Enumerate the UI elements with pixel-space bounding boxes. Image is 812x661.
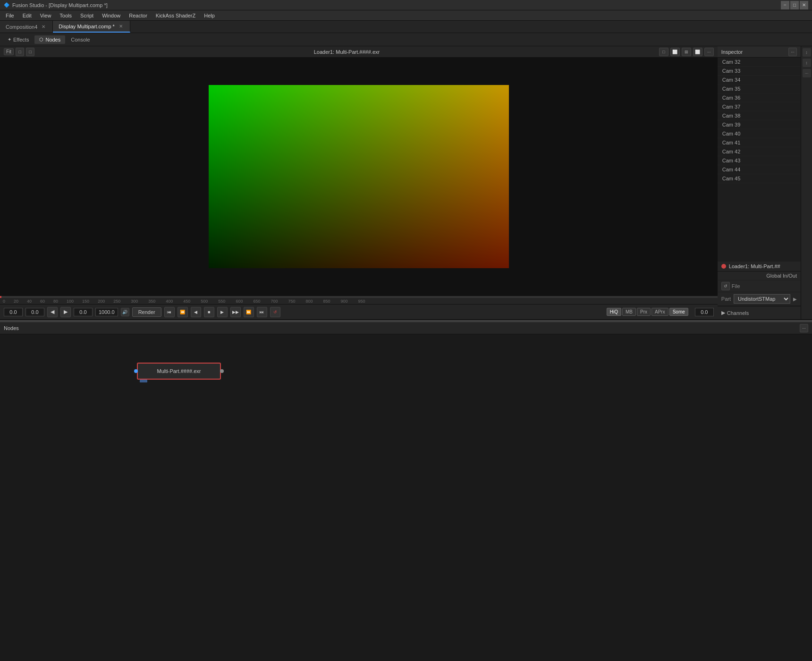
ruler-mark-800: 800 <box>306 299 313 304</box>
view-more-btn[interactable]: ··· <box>704 48 714 56</box>
file-label: File <box>732 283 740 289</box>
cam-item-cam-44[interactable]: Cam 44 <box>718 165 801 174</box>
full-inspector: Inspector ··· Cam 32Cam 33Cam 34Cam 35Ca… <box>718 46 812 319</box>
render-button[interactable]: Render <box>132 307 161 317</box>
effects-label: Effects <box>13 37 29 42</box>
menu-item-window[interactable]: Window <box>98 12 124 19</box>
view-mode-btn2[interactable]: □ <box>26 48 34 56</box>
stop-btn[interactable]: ■ <box>204 307 214 317</box>
current-frame-display[interactable]: 0.0 <box>25 308 44 316</box>
prev-frame-btn2[interactable]: ◀ <box>191 307 201 317</box>
global-tab-console[interactable]: Console <box>66 35 94 44</box>
ruler-mark-60: 60 <box>40 299 45 304</box>
next-frame-btn2[interactable]: ▶▶ <box>230 307 241 317</box>
viewer-section: Fit □ □ Loader1: Multi-Part.####.exr □ ⬜… <box>0 46 718 319</box>
menu-item-reactor[interactable]: Reactor <box>125 12 151 19</box>
global-tab-nodes[interactable]: ⬡Nodes <box>34 35 65 44</box>
cam-item-cam-37[interactable]: Cam 37 <box>718 102 801 111</box>
part-select[interactable]: UndistortSTMap <box>734 294 790 304</box>
next-frame-btn[interactable]: ▶ <box>60 307 71 317</box>
view-zoom-btn[interactable]: ⬜ <box>693 48 702 56</box>
close-button[interactable]: ✕ <box>800 1 808 9</box>
quality-btn-prx[interactable]: Prx <box>637 308 651 316</box>
tab-bar: Composition4✕Display Multipart.comp *✕ <box>0 21 812 33</box>
view-split-btn[interactable]: ⬜ <box>670 48 680 56</box>
cam-item-cam-38[interactable]: Cam 38 <box>718 111 801 120</box>
cam-item-cam-45[interactable]: Cam 45 <box>718 174 801 183</box>
ruler-mark-450: 450 <box>183 299 190 304</box>
global-tab-effects[interactable]: ✦Effects <box>3 35 34 44</box>
ruler-mark-80: 80 <box>53 299 58 304</box>
end-frame-display[interactable]: 1000.0 <box>95 308 118 316</box>
current-time-display[interactable]: 0.0 <box>4 308 23 316</box>
loop-btn[interactable]: ↺ <box>270 307 280 317</box>
file-refresh-btn[interactable]: ↺ <box>721 282 730 290</box>
cam-item-cam-39[interactable]: Cam 39 <box>718 120 801 129</box>
channels-header[interactable]: ▶ Channels <box>721 308 797 317</box>
tab-display[interactable]: Display Multipart.comp *✕ <box>53 21 130 33</box>
skip-end-btn[interactable]: ⏭ <box>257 307 267 317</box>
cam-item-cam-36[interactable]: Cam 36 <box>718 93 801 102</box>
loader-header: Loader1: Multi-Part.## <box>718 262 801 271</box>
nodes-more-btn[interactable]: ··· <box>800 324 808 332</box>
menu-item-edit[interactable]: Edit <box>19 12 35 19</box>
cam-item-cam-33[interactable]: Cam 33 <box>718 67 801 76</box>
node-indicator <box>140 380 147 382</box>
quality-btn-hiq[interactable]: HiQ <box>607 308 621 316</box>
audio-btn[interactable]: 🔊 <box>121 308 129 316</box>
cam-item-cam-35[interactable]: Cam 35 <box>718 85 801 93</box>
titlebar-controls: − □ ✕ <box>781 1 808 9</box>
ruler-mark-750: 750 <box>288 299 295 304</box>
cam-dropdown[interactable]: Cam 32Cam 33Cam 34Cam 35Cam 36Cam 37Cam … <box>718 58 801 262</box>
cam-item-cam-43[interactable]: Cam 43 <box>718 156 801 165</box>
tab-close-comp4[interactable]: ✕ <box>40 24 47 30</box>
part-arrow-icon: ▶ <box>793 297 797 302</box>
quality-btn-mb[interactable]: MB <box>622 308 636 316</box>
menu-item-tools[interactable]: Tools <box>56 12 76 19</box>
global-inout-row: Global In/Out <box>718 271 801 280</box>
tab-close-display[interactable]: ✕ <box>118 23 124 30</box>
quality-btn-some[interactable]: Some <box>669 308 688 316</box>
play-btn[interactable]: ▶ <box>217 307 228 317</box>
inspector-icon-1[interactable]: ↕ <box>803 48 811 57</box>
minimize-button[interactable]: − <box>781 1 789 9</box>
inspector-icon-2[interactable]: ↕ <box>803 59 811 67</box>
menu-item-help[interactable]: Help <box>200 12 219 19</box>
global-toolbar: ✦Effects⬡NodesConsole <box>0 33 812 46</box>
prev-key-btn[interactable]: ⏪ <box>178 307 188 317</box>
nodes-toolbar: Nodes ··· <box>0 322 812 334</box>
next-key-btn[interactable]: ⏩ <box>244 307 254 317</box>
start-frame-display[interactable]: 0.0 <box>74 308 93 316</box>
node-connector-right <box>220 369 224 373</box>
menu-item-file[interactable]: File <box>2 12 18 19</box>
titlebar: 🔷 Fusion Studio - [Display Multipart.com… <box>0 0 812 10</box>
inspector-more-btn[interactable]: ··· <box>788 48 797 56</box>
loader-status-dot <box>721 264 726 269</box>
skip-start-btn[interactable]: ⏮ <box>164 307 175 317</box>
menu-item-kickass shaderz[interactable]: KickAss ShaderZ <box>152 12 199 19</box>
view-mode-btn1[interactable]: □ <box>16 48 24 56</box>
menu-item-script[interactable]: Script <box>76 12 97 19</box>
quality-btn-aprx[interactable]: APrx <box>651 308 668 316</box>
tab-comp4[interactable]: Composition4✕ <box>0 21 53 33</box>
cam-item-cam-41[interactable]: Cam 41 <box>718 138 801 147</box>
titlebar-title: 🔷 Fusion Studio - [Display Multipart.com… <box>4 2 108 8</box>
app-icon: 🔷 <box>4 2 9 8</box>
fit-label[interactable]: Fit <box>4 48 14 55</box>
menu-item-view[interactable]: View <box>36 12 55 19</box>
node-box-loader[interactable]: Multi-Part.####.exr <box>137 363 221 380</box>
inspector-icon-3[interactable]: ··· <box>803 69 811 77</box>
cam-item-cam-40[interactable]: Cam 40 <box>718 129 801 138</box>
node-label: Multi-Part.####.exr <box>157 368 201 374</box>
cam-item-cam-34[interactable]: Cam 34 <box>718 76 801 85</box>
end-time-display[interactable]: 0.0 <box>695 308 714 316</box>
ruler-mark-850: 850 <box>323 299 330 304</box>
ruler-mark-300: 300 <box>131 299 138 304</box>
prev-frame-btn[interactable]: ◀ <box>47 307 58 317</box>
cam-item-cam-42[interactable]: Cam 42 <box>718 147 801 156</box>
view-fullscreen-btn[interactable]: □ <box>659 48 668 56</box>
ruler-mark-550: 550 <box>218 299 225 304</box>
cam-item-cam-32[interactable]: Cam 32 <box>718 58 801 67</box>
view-grid-btn[interactable]: ⊞ <box>682 48 691 56</box>
maximize-button[interactable]: □ <box>790 1 799 9</box>
